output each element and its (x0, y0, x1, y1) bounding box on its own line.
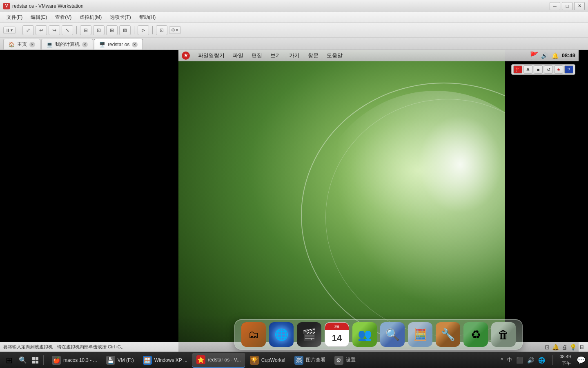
dock-icon-search[interactable]: 🔍 (380, 322, 405, 347)
dock-icon-contacts-inner: 👥 (352, 322, 377, 347)
windows-taskbar: ⊞ 🔍 🍎 macos 10.3 - ... 💾 VM (F:) 🪟 Windo… (0, 352, 588, 368)
tab-redstar-close[interactable]: ✕ (132, 42, 138, 47)
maximize-button[interactable]: □ (562, 2, 572, 10)
redstar-menu-filebrowser[interactable]: 파일열람기 (195, 51, 228, 60)
tab-mycomputer-close[interactable]: ✕ (82, 42, 88, 47)
toolbar-btn-9[interactable]: ⊳ (138, 25, 149, 35)
dock-icon-calendar[interactable]: 2월 14 (325, 322, 349, 347)
redstar-menu-file[interactable]: 파일 (229, 51, 247, 60)
im-btn-help[interactable]: ? (564, 65, 573, 74)
im-btn-star[interactable]: ★ (554, 65, 563, 74)
tray-notifications[interactable]: 💬 (576, 355, 586, 366)
menu-view[interactable]: 查看(V) (52, 13, 75, 22)
tray-volume[interactable]: 🔊 (526, 356, 535, 364)
statusbar-text: 要将输入定向到该虚拟机，请在虚拟机内部单击或按 Ctrl+G。 (3, 344, 125, 350)
dock-icon-tools-inner: 🔧 (436, 322, 460, 347)
im-btn-hangul[interactable]: ■ (534, 65, 543, 74)
menu-tab[interactable]: 选项卡(T) (107, 13, 134, 22)
toolbar-btn-6[interactable]: ⊡ (93, 25, 105, 35)
calendar-month: 2월 (325, 323, 349, 330)
vmware-titlebar: V redstar os - VMware Workstation ─ □ ✕ (0, 0, 588, 12)
taskbar-clock[interactable]: 08:49 下午 (556, 354, 574, 366)
vmware-title: redstar os - VMware Workstation (12, 3, 84, 9)
taskbar-app-vm[interactable]: 💾 VM (F:) (102, 353, 138, 368)
dock-icon-calculator[interactable]: 🧮 (408, 322, 432, 347)
dock-icon-contacts[interactable]: 👥 (352, 322, 377, 347)
toolbar-sep-2 (76, 26, 77, 34)
toolbar-btn-1[interactable]: ⤢ (22, 25, 34, 35)
redstar-menu-window[interactable]: 창문 (305, 51, 322, 60)
vmware-menubar: 文件(F) 编辑(E) 查看(V) 虚拟机(M) 选项卡(T) 帮助(H) (0, 12, 588, 23)
taskbar-time: 08:49 (559, 354, 571, 360)
im-btn-refresh[interactable]: ↺ (544, 65, 553, 74)
taskbar-tray: ^ 中 ⬛ 🔊 🌐 (497, 356, 550, 364)
redstar-menu-edit[interactable]: 편집 (248, 51, 265, 60)
input-method-panel: 🚩 A ■ ↺ ★ ? (511, 64, 575, 75)
tab-redstar[interactable]: 🖥️ redstar os ✕ (94, 39, 143, 49)
taskbar-app-label-imageview: 图片查看 (306, 357, 325, 364)
redstar-menu-help[interactable]: 도움말 (323, 51, 346, 60)
taskbar-divider-2 (552, 355, 553, 365)
taskbar-app-macos[interactable]: 🍎 macos 10.3 - ... (48, 353, 101, 368)
taskbar-app-settings[interactable]: ⚙ 设置 (330, 353, 360, 368)
tab-mycomputer[interactable]: 💻 我的计算机 ✕ (41, 39, 93, 49)
black-left-panel (0, 50, 85, 352)
tray-chevron[interactable]: ^ (500, 356, 504, 364)
minimize-button[interactable]: ─ (550, 2, 560, 10)
toolbar-btn-10[interactable]: ⊡ (156, 25, 167, 35)
toolbar-settings-dropdown[interactable]: ⚙▼ (169, 26, 181, 34)
tab-home-close[interactable]: ✕ (29, 42, 35, 47)
taskbar-app-winxp[interactable]: 🪟 Windows XP ... (139, 353, 192, 368)
dock-icon-finder[interactable]: 🗂 (241, 322, 266, 347)
taskbar-app-icon-vm: 💾 (106, 356, 115, 365)
taskbar-app-icon-imageview: 🖼 (294, 356, 303, 365)
toolbar-btn-2[interactable]: ↩ (36, 25, 47, 35)
toolbar-btn-3[interactable]: ↪ (49, 25, 60, 35)
dock-icon-tools[interactable]: 🔧 (436, 322, 460, 347)
taskbar-app-label-redstar: redstar os - V... (208, 357, 241, 363)
titlebar-left: V redstar os - VMware Workstation (3, 3, 84, 9)
menu-file[interactable]: 文件(F) (3, 13, 26, 22)
tray-keyboard[interactable]: 中 (506, 356, 513, 364)
toolbar-sep-4 (152, 26, 153, 34)
close-button[interactable]: ✕ (574, 2, 585, 10)
dock-icon-media[interactable]: 🎬 (297, 322, 321, 347)
im-btn-flag[interactable]: 🚩 (513, 65, 522, 74)
taskbar-app-label-vm: VM (F:) (118, 357, 134, 363)
taskbar-app-redstar[interactable]: ⭐ redstar os - V... (192, 353, 245, 368)
tab-redstar-icon: 🖥️ (99, 42, 105, 47)
svg-rect-0 (32, 357, 35, 360)
menu-edit[interactable]: 编辑(E) (27, 13, 50, 22)
toolbar-pause-dropdown[interactable]: ⏸▼ (3, 27, 16, 34)
titlebar-buttons: ─ □ ✕ (550, 2, 585, 10)
dock-icon-recycle[interactable]: ♻ (463, 322, 488, 347)
taskbar-app-cupworks[interactable]: 🏆 CupWorks! (246, 353, 290, 368)
dock-icon-browser[interactable]: 🌐 (269, 322, 294, 347)
toolbar-btn-5[interactable]: ⊟ (80, 25, 91, 35)
redstar-flag-icon: 🚩 (530, 52, 538, 60)
dock-icon-browser-inner: 🌐 (269, 322, 294, 347)
statusbar-icon-5[interactable]: 🖥 (579, 344, 585, 350)
taskbar-running-apps: 🍎 macos 10.3 - ... 💾 VM (F:) 🪟 Windows X… (48, 353, 360, 368)
dock-icon-trash[interactable]: 🗑 (491, 322, 516, 347)
toolbar-btn-8[interactable]: ⊠ (119, 25, 131, 35)
redstar-systray: 🚩 🔊 🔔 08:49 (530, 52, 575, 60)
im-btn-a[interactable]: A (523, 65, 532, 74)
toolbar-btn-4[interactable]: ⤡ (62, 25, 73, 35)
redstar-volume-icon[interactable]: 🔊 (541, 52, 549, 60)
tab-home[interactable]: 🏠 主页 ✕ (3, 39, 40, 49)
redstar-menu-go[interactable]: 가기 (286, 51, 303, 60)
tray-network[interactable]: ⬛ (515, 356, 524, 364)
svg-rect-1 (36, 357, 38, 360)
redstar-menu-view[interactable]: 보기 (267, 51, 284, 60)
start-button[interactable]: ⊞ (2, 353, 16, 368)
menu-help[interactable]: 帮助(H) (136, 13, 159, 22)
task-view-button[interactable] (29, 355, 41, 366)
menu-vm[interactable]: 虚拟机(M) (76, 13, 105, 22)
taskbar-app-label-macos: macos 10.3 - ... (63, 357, 97, 363)
toolbar-btn-7[interactable]: ⊞ (106, 25, 118, 35)
tray-globe[interactable]: 🌐 (537, 356, 546, 364)
search-button[interactable]: 🔍 (17, 355, 29, 366)
taskbar-app-imageview[interactable]: 🖼 图片查看 (290, 353, 330, 368)
vm-content-area: ★ 파일열람기 파일 편집 보기 가기 창문 도움말 🚩 🔊 🔔 08:49 🚩… (0, 50, 588, 352)
